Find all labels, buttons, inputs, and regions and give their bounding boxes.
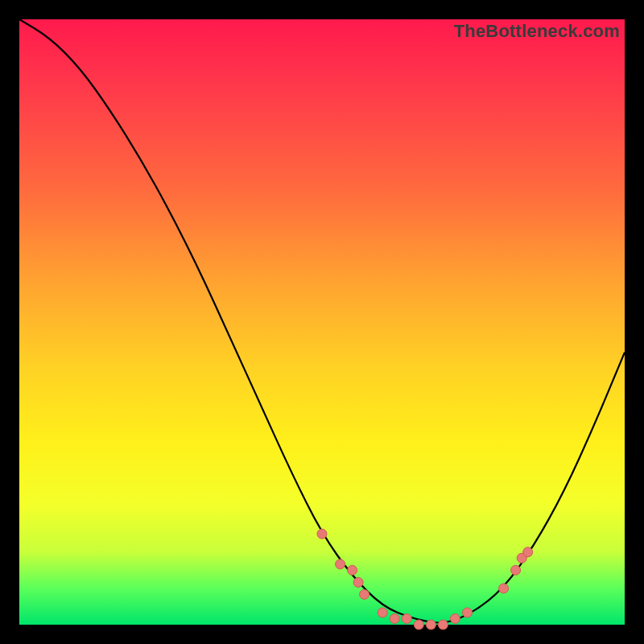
- data-point: [426, 620, 436, 630]
- data-point: [463, 608, 473, 617]
- chart-svg: [19, 19, 625, 625]
- data-point: [450, 614, 460, 624]
- data-point: [360, 589, 369, 599]
- data-point: [390, 614, 399, 624]
- data-point: [378, 608, 387, 617]
- data-point: [402, 614, 411, 624]
- data-point: [523, 547, 533, 557]
- data-point: [511, 565, 521, 575]
- data-point: [317, 529, 327, 539]
- data-point: [336, 559, 345, 569]
- data-point: [353, 577, 363, 587]
- data-point: [414, 620, 423, 630]
- data-points: [317, 529, 533, 630]
- data-point: [438, 620, 448, 630]
- data-point: [499, 584, 509, 593]
- chart-frame: TheBottleneck.com: [19, 19, 625, 625]
- data-point: [348, 565, 357, 575]
